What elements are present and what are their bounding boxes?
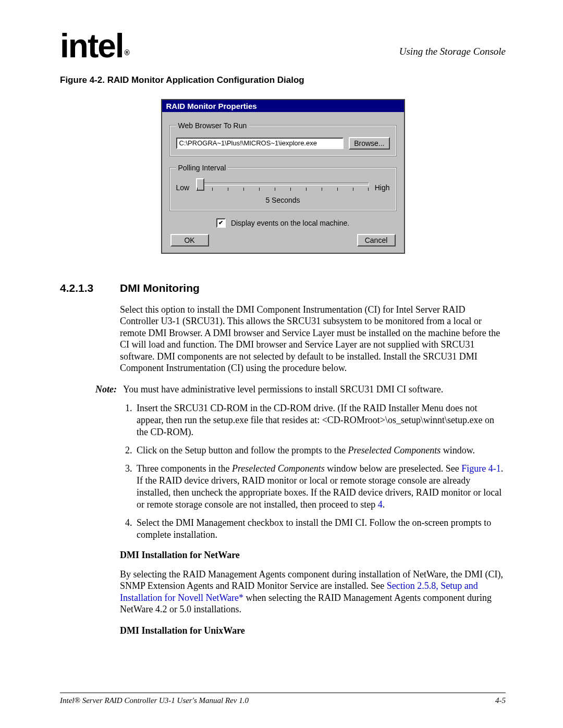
dialog-figure: RAID Monitor Properties Web Browser To R… — [161, 99, 405, 254]
subheading-netware: DMI Installation for NetWare — [120, 549, 506, 561]
registered-mark: ® — [125, 48, 129, 57]
page-footer: Intel® Server RAID Controller U3-1 User'… — [60, 693, 506, 705]
dialog-body: Web Browser To Run Browse... Polling Int… — [162, 112, 404, 253]
section-heading: 4.2.1.3 DMI Monitoring — [60, 282, 506, 294]
body-column: Select this option to install the DMI Co… — [120, 304, 506, 637]
figure-4-1-link[interactable]: Figure 4-1 — [461, 463, 501, 474]
dialog-titlebar: RAID Monitor Properties — [162, 100, 404, 112]
netware-paragraph: By selecting the RAID Management Agents … — [120, 569, 506, 615]
intro-paragraph: Select this option to install the DMI Co… — [120, 304, 506, 374]
group-polling-interval: Polling Interval Low High 5 Seconds — [169, 164, 397, 211]
display-events-checkbox[interactable]: ✔ — [216, 218, 226, 228]
slider-low-label: Low — [176, 183, 194, 192]
steps-list: Insert the SRCU31 CD-ROM in the CD-ROM d… — [120, 402, 506, 541]
group-web-browser: Web Browser To Run Browse... — [169, 121, 397, 156]
group-polling-label: Polling Interval — [176, 164, 228, 172]
step-2: Click on the Setup button and follow the… — [134, 445, 506, 456]
raid-monitor-dialog: RAID Monitor Properties Web Browser To R… — [161, 99, 405, 254]
page-header: intel® Using the Storage Console — [60, 31, 506, 61]
footer-left: Intel® Server RAID Controller U3-1 User'… — [60, 696, 249, 705]
note-text: You must have administrative level permi… — [123, 384, 443, 396]
logo-text: intel — [60, 27, 124, 65]
slider-high-label: High — [372, 183, 390, 192]
subheading-unixware: DMI Installation for UnixWare — [120, 625, 506, 637]
note-label: Note: — [93, 384, 117, 396]
section-title: DMI Monitoring — [120, 282, 200, 294]
header-section-title: Using the Storage Console — [399, 31, 506, 57]
browse-button[interactable]: Browse... — [349, 137, 389, 150]
group-web-browser-label: Web Browser To Run — [176, 121, 249, 130]
ok-button[interactable]: OK — [170, 234, 209, 246]
page: intel® Using the Storage Console Figure … — [0, 0, 563, 728]
step-4: Select the DMI Management checkbox to in… — [134, 517, 506, 541]
step-3: Three components in the Preselected Comp… — [134, 463, 506, 511]
browser-path-input[interactable] — [176, 138, 344, 149]
figure-caption: Figure 4-2. RAID Monitor Application Con… — [60, 75, 506, 85]
step-4-link[interactable]: 4 — [378, 499, 383, 510]
footer-page-number: 4-5 — [495, 696, 506, 705]
step-1: Insert the SRCU31 CD-ROM in the CD-ROM d… — [134, 402, 506, 438]
intel-logo: intel® — [60, 31, 128, 61]
polling-slider[interactable] — [197, 180, 369, 195]
note: Note: You must have administrative level… — [93, 384, 506, 396]
slider-value-label: 5 Seconds — [176, 196, 390, 204]
section-number: 4.2.1.3 — [60, 282, 104, 294]
cancel-button[interactable]: Cancel — [357, 234, 396, 246]
display-events-label: Display events on the local machine. — [231, 219, 349, 227]
